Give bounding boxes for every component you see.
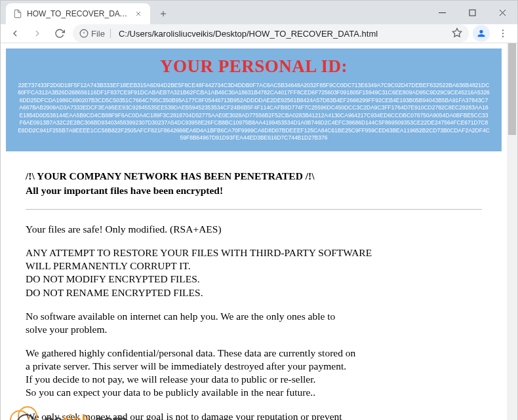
new-tab-button[interactable] bbox=[154, 5, 172, 23]
id-banner: YOUR PERSONAL ID: 22E737433F2D0D18F5F12A… bbox=[6, 48, 502, 151]
file-icon bbox=[12, 9, 23, 19]
note-p4: We gathered highly confidential/personal… bbox=[26, 347, 482, 400]
svg-marker-11 bbox=[452, 28, 461, 37]
maximize-button[interactable] bbox=[457, 1, 487, 24]
banner-title: YOUR PERSONAL ID: bbox=[18, 56, 490, 77]
reload-button[interactable] bbox=[50, 24, 69, 43]
warning-line-1: /!\ YOUR COMPANY NETWORK HAS BEEN PENETR… bbox=[26, 170, 482, 183]
note-p2: ANY ATTEMPT TO RESTORE YOUR FILES WITH T… bbox=[26, 246, 482, 299]
viewport: YOUR PERSONAL ID: 22E737433F2D0D18F5F12A… bbox=[1, 43, 517, 420]
url-scheme-chip: File bbox=[79, 29, 113, 39]
divider bbox=[26, 209, 482, 210]
address-bar[interactable]: File C:/Users/karolisliucveikis/Desktop/… bbox=[73, 24, 469, 43]
profile-avatar[interactable] bbox=[473, 25, 490, 42]
bookmark-star-icon[interactable] bbox=[452, 28, 462, 40]
svg-rect-5 bbox=[469, 10, 475, 16]
url-chip-separator bbox=[110, 29, 111, 38]
scroll-thumb[interactable] bbox=[508, 43, 516, 135]
page-content: YOUR PERSONAL ID: 22E737433F2D0D18F5F12A… bbox=[1, 43, 507, 420]
warning-line-2: All your important files have been encry… bbox=[26, 184, 482, 197]
back-button[interactable] bbox=[6, 24, 24, 43]
close-tab-icon[interactable] bbox=[133, 9, 144, 19]
url-text: C:/Users/karolisliucveikis/Desktop/HOW_T… bbox=[119, 29, 447, 39]
note-p1: Your files are safe! Only modified. (RSA… bbox=[26, 223, 482, 236]
forward-button[interactable] bbox=[28, 24, 47, 43]
svg-point-13 bbox=[502, 33, 504, 34]
svg-point-12 bbox=[502, 29, 504, 31]
vertical-scrollbar[interactable] bbox=[507, 43, 517, 420]
menu-button[interactable] bbox=[494, 24, 512, 43]
close-window-button[interactable] bbox=[487, 1, 517, 24]
note-p3: No software available on internet can he… bbox=[26, 310, 482, 336]
url-scheme-label: File bbox=[91, 29, 105, 39]
browser-window: HOW_TO_RECOVER_DATA.html File bbox=[0, 0, 518, 420]
tab-strip: HOW_TO_RECOVER_DATA.html bbox=[1, 1, 517, 24]
browser-tab[interactable]: HOW_TO_RECOVER_DATA.html bbox=[6, 3, 150, 24]
window-controls bbox=[427, 1, 517, 24]
ransom-note-body: /!\ YOUR COMPANY NETWORK HAS BEEN PENETR… bbox=[6, 151, 502, 420]
tab-title: HOW_TO_RECOVER_DATA.html bbox=[27, 9, 129, 18]
personal-id-block: 22E737433F2D0D18F5F12A743B333EF18EEB315A… bbox=[18, 82, 490, 142]
note-p5: We only seek money and our goal is not t… bbox=[26, 410, 482, 420]
toolbar: File C:/Users/karolisliucveikis/Desktop/… bbox=[1, 24, 517, 43]
svg-point-14 bbox=[502, 36, 504, 37]
minimize-button[interactable] bbox=[427, 1, 457, 24]
